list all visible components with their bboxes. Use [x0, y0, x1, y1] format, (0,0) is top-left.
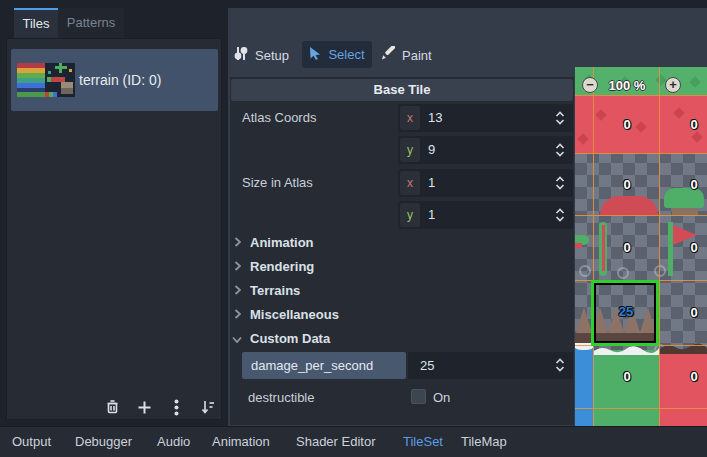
- atlas-bubble: [617, 267, 629, 279]
- section-label: Custom Data: [250, 331, 330, 346]
- tab-tiles[interactable]: Tiles: [14, 8, 58, 38]
- tile-atlas-view[interactable]: 0 0 0 0 0 0 0 0 0 25 − 100 % +: [575, 67, 707, 426]
- zoom-in-button[interactable]: +: [665, 77, 681, 93]
- section-miscellaneous[interactable]: Miscellaneous: [232, 302, 573, 326]
- size-in-atlas-label: Size in Atlas: [242, 169, 313, 197]
- sort-sources-button[interactable]: [197, 398, 219, 420]
- paint-button[interactable]: Paint: [380, 44, 432, 66]
- source-options-button[interactable]: [165, 398, 187, 420]
- kebab-menu-icon: [174, 399, 179, 420]
- axis-x-label: x: [400, 106, 420, 130]
- tab-patterns[interactable]: Patterns: [58, 8, 124, 38]
- size-in-atlas-y-spinbox[interactable]: y 1: [398, 201, 573, 229]
- atlas-bush: [664, 188, 704, 208]
- spinner-updown-icon[interactable]: [554, 208, 566, 226]
- tile-value: 0: [690, 305, 697, 320]
- atlas-bush-base: [672, 208, 698, 215]
- paint-brush-icon: [380, 46, 395, 65]
- tile-value: 0: [623, 240, 630, 255]
- atlas-water-tile: [575, 348, 593, 426]
- tile-list-item-terrain[interactable]: terrain (ID: 0): [11, 49, 218, 111]
- size-in-atlas-x-spinbox[interactable]: x 1: [398, 169, 573, 197]
- tile-source-label: terrain (ID: 0): [79, 49, 161, 111]
- atlas-grid-line: [575, 408, 707, 409]
- section-label: Terrains: [250, 283, 300, 298]
- atlas-coords-y-value[interactable]: 9: [428, 136, 435, 164]
- tile-value: 0: [623, 177, 630, 192]
- damage-per-second-spinbox[interactable]: 25: [408, 352, 573, 379]
- spinner-updown-icon[interactable]: [554, 176, 566, 194]
- bottom-tab-debugger[interactable]: Debugger: [75, 427, 132, 457]
- paint-label: Paint: [402, 48, 432, 63]
- atlas-red-band: [575, 95, 707, 153]
- atlas-leaf-tip: [575, 243, 582, 248]
- destructible-checkbox[interactable]: [411, 389, 426, 404]
- tile-value: 0: [690, 117, 697, 132]
- select-button[interactable]: Select: [302, 41, 372, 68]
- setup-sliders-icon: [234, 46, 248, 65]
- atlas-red-wave-tile: [659, 350, 707, 426]
- spinner-updown-icon[interactable]: [554, 143, 566, 161]
- section-label: Miscellaneous: [250, 307, 339, 322]
- atlas-choc-crest: [659, 340, 707, 358]
- tile-value: 0: [690, 369, 697, 384]
- damage-per-second-value[interactable]: 25: [420, 352, 434, 379]
- damage-per-second-property[interactable]: damage_per_second: [242, 352, 406, 379]
- bottom-tab-output[interactable]: Output: [12, 427, 51, 457]
- setup-button[interactable]: Setup: [234, 44, 289, 66]
- bottom-tab-animation[interactable]: Animation: [212, 427, 270, 457]
- atlas-grid-line: [593, 67, 594, 426]
- bottom-tab-shader-editor[interactable]: Shader Editor: [296, 427, 376, 457]
- chevron-right-icon: [232, 257, 242, 275]
- atlas-plant-stripe: [602, 225, 605, 271]
- atlas-green-wave-tile: [593, 350, 659, 426]
- chevron-right-icon: [232, 281, 242, 299]
- atlas-bubble: [654, 265, 666, 277]
- setup-label: Setup: [255, 48, 289, 63]
- tile-value: 0: [690, 177, 697, 192]
- section-label: Animation: [250, 235, 314, 250]
- atlas-mushroom-dome: [600, 196, 658, 215]
- section-rendering[interactable]: Rendering: [232, 254, 573, 278]
- axis-y-label: y: [400, 138, 420, 162]
- checkbox-on-label: On: [433, 384, 450, 412]
- tile-value: 0: [623, 117, 630, 132]
- add-tile-source-button[interactable]: [133, 398, 155, 420]
- spinner-updown-icon[interactable]: [554, 358, 566, 376]
- section-terrains[interactable]: Terrains: [232, 278, 573, 302]
- atlas-grid-line: [575, 95, 707, 96]
- size-in-atlas-y-value[interactable]: 1: [428, 201, 435, 229]
- zoom-out-button[interactable]: −: [582, 77, 598, 93]
- atlas-coords-x-spinbox[interactable]: x 13: [398, 104, 573, 132]
- size-in-atlas-x-value[interactable]: 1: [428, 169, 435, 197]
- spinner-updown-icon[interactable]: [554, 111, 566, 129]
- chevron-down-icon: [232, 329, 242, 347]
- godot-tileset-editor: Tiles Patterns: [0, 0, 707, 457]
- axis-x-label: x: [400, 171, 420, 195]
- atlas-grid-line: [575, 153, 707, 154]
- zoom-level-label[interactable]: 100 %: [599, 78, 655, 93]
- bottom-tab-audio[interactable]: Audio: [157, 427, 190, 457]
- atlas-grid-line: [575, 215, 707, 216]
- atlas-coords-label: Atlas Coords: [242, 104, 316, 132]
- atlas-coords-y-spinbox[interactable]: y 9: [398, 136, 573, 164]
- base-tile-header: Base Tile: [231, 79, 573, 101]
- atlas-bubble: [579, 265, 591, 277]
- plus-icon: [137, 400, 152, 419]
- atlas-coords-x-value[interactable]: 13: [428, 104, 442, 132]
- bottom-panel-bar: Output Debugger Audio Animation Shader E…: [0, 426, 707, 457]
- bottom-tab-tilemap[interactable]: TileMap: [461, 427, 507, 457]
- atlas-grid-line: [659, 67, 660, 426]
- delete-tile-source-button[interactable]: [101, 398, 123, 420]
- tile-value: 0: [623, 369, 630, 384]
- cursor-icon: [309, 46, 322, 64]
- trash-icon: [105, 399, 120, 419]
- sort-icon: [200, 399, 216, 419]
- bottom-tab-tileset[interactable]: TileSet: [403, 427, 443, 457]
- selected-tile-value: 25: [619, 304, 633, 319]
- chevron-right-icon: [232, 305, 242, 323]
- section-custom-data[interactable]: Custom Data: [232, 326, 573, 350]
- destructible-label: destructible: [248, 384, 314, 412]
- chevron-right-icon: [232, 233, 242, 251]
- section-animation[interactable]: Animation: [232, 230, 573, 254]
